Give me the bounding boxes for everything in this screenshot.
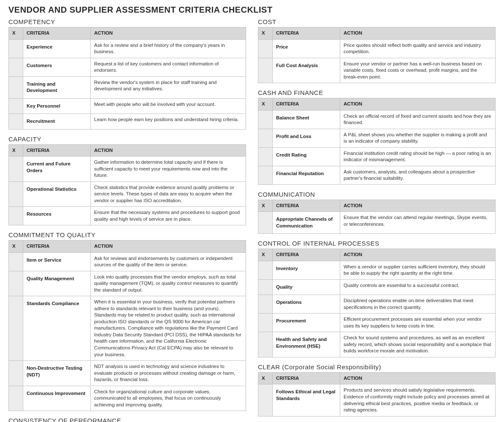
- checkbox-cell[interactable]: [9, 252, 23, 271]
- table-row: Standards ComplianceWhen it is essential…: [9, 296, 246, 361]
- checkbox-cell[interactable]: [258, 212, 273, 234]
- checkbox-cell[interactable]: [9, 296, 23, 361]
- section: CONSISTENCY OF PERFORMANCEXCRITERIAACTIO…: [8, 417, 246, 422]
- right-column: COSTXCRITERIAACTIONPricePrice quotes sho…: [258, 18, 496, 422]
- criteria-cell: Credit Rating: [273, 147, 340, 166]
- checkbox-cell[interactable]: [9, 271, 23, 296]
- table-row: Profit and LossA P&L sheet shows you whe…: [258, 129, 496, 147]
- section-title: CASH AND FINANCE: [258, 89, 496, 96]
- checkbox-cell[interactable]: [258, 110, 273, 129]
- criteria-cell: Financial Reputation: [273, 166, 340, 184]
- section: COMPETENCYXCRITERIAACTIONExperienceAsk f…: [8, 18, 246, 130]
- action-cell: When a vendor or supplier carries suffic…: [340, 261, 496, 279]
- section: COMMITMENT TO QUALITYXCRITERIAACTIONItem…: [8, 231, 246, 411]
- criteria-cell: Appropriate Channels of Communication: [273, 212, 340, 234]
- table-row: OperationsDisciplined operations enable …: [258, 295, 496, 314]
- criteria-table: XCRITERIAACTIONCurrent and Future Orders…: [8, 144, 246, 226]
- checkbox-cell[interactable]: [258, 279, 273, 295]
- checkbox-cell[interactable]: [9, 58, 23, 76]
- criteria-table: XCRITERIAACTIONFollows Ethical and Legal…: [258, 372, 496, 417]
- table-row: RecruitmentLearn how people earn key pos…: [9, 114, 246, 130]
- checkbox-cell[interactable]: [258, 261, 273, 279]
- header-x: X: [258, 27, 273, 40]
- checkbox-cell[interactable]: [258, 147, 273, 166]
- checkbox-cell[interactable]: [9, 98, 23, 114]
- table-row: Item or ServiceAsk for reviews and endor…: [9, 252, 246, 271]
- section-title: CAPACITY: [8, 135, 246, 143]
- section-title: CONSISTENCY OF PERFORMANCE: [8, 417, 246, 422]
- criteria-cell: Procurement: [273, 314, 340, 332]
- checkbox-cell[interactable]: [9, 157, 23, 182]
- table-row: Full Cost AnalysisEnsure your vendor or …: [258, 58, 496, 83]
- checkbox-cell[interactable]: [9, 361, 23, 386]
- action-cell: Ask customers, analysts, and colleagues …: [340, 166, 496, 184]
- section: CAPACITYXCRITERIAACTIONCurrent and Futur…: [8, 135, 246, 226]
- action-cell: A P&L sheet shows you whether the suppli…: [340, 129, 496, 147]
- table-row: Key PersonnelMeet with people who will b…: [9, 98, 246, 114]
- header-x: X: [9, 241, 23, 253]
- table-row: Health and Safety and Environment (HSE)C…: [258, 332, 496, 357]
- table-row: CustomersRequest a list of key customers…: [9, 58, 246, 76]
- action-cell: Meet with people who will be involved wi…: [91, 98, 246, 114]
- checkbox-cell[interactable]: [9, 386, 23, 411]
- checkbox-cell[interactable]: [258, 129, 273, 147]
- table-row: PricePrice quotes should reflect both qu…: [258, 39, 496, 58]
- header-criteria: CRITERIA: [23, 27, 91, 40]
- criteria-table: XCRITERIAACTIONPricePrice quotes should …: [258, 27, 496, 83]
- header-action: ACTION: [91, 27, 246, 40]
- table-row: Balance SheetCheck an official record of…: [258, 110, 496, 129]
- header-x: X: [9, 27, 23, 40]
- checkbox-cell[interactable]: [9, 76, 23, 98]
- criteria-cell: Balance Sheet: [273, 110, 340, 129]
- criteria-cell: Experience: [23, 39, 91, 58]
- header-x: X: [9, 144, 23, 157]
- section-title: CLEAR (Corporate Social Responsibility): [258, 363, 496, 371]
- section-title: COMMITMENT TO QUALITY: [8, 231, 246, 238]
- section-title: CONTROL OF INTERNAL PROCESSES: [258, 240, 496, 247]
- criteria-table: XCRITERIAACTIONAppropriate Channels of C…: [258, 200, 496, 234]
- criteria-cell: Training and Development: [23, 76, 91, 98]
- checkbox-cell[interactable]: [258, 384, 273, 416]
- header-x: X: [258, 98, 273, 111]
- section: CASH AND FINANCEXCRITERIAACTIONBalance S…: [258, 89, 496, 185]
- header-x: X: [258, 249, 273, 261]
- criteria-cell: Current and Future Orders: [23, 157, 91, 182]
- table-row: Continuous ImprovementCheck for organiza…: [9, 386, 246, 411]
- criteria-cell: Continuous Improvement: [23, 386, 91, 411]
- criteria-cell: Full Cost Analysis: [273, 58, 340, 83]
- header-action: ACTION: [91, 241, 246, 253]
- checkbox-cell[interactable]: [258, 166, 273, 184]
- action-cell: Gather information to determine total ca…: [91, 157, 246, 182]
- table-row: ExperienceAsk for a review and a brief h…: [9, 39, 246, 58]
- table-row: ProcurementEfficient procurement process…: [258, 314, 496, 332]
- section-title: COMMUNICATION: [258, 191, 496, 198]
- action-cell: Check statistics that provide evidence a…: [91, 181, 246, 207]
- section: CLEAR (Corporate Social Responsibility)X…: [258, 363, 496, 417]
- criteria-table: XCRITERIAACTIONExperienceAsk for a revie…: [8, 27, 246, 130]
- page-title: VENDOR AND SUPPLIER ASSESSMENT CRITERIA …: [8, 5, 496, 15]
- action-cell: Quality controls are essential to a succ…: [340, 279, 496, 295]
- checkbox-cell[interactable]: [258, 39, 273, 58]
- action-cell: Products and services should satisfy leg…: [340, 384, 496, 416]
- section: COMMUNICATIONXCRITERIAACTIONAppropriate …: [258, 191, 496, 234]
- criteria-table: XCRITERIAACTIONBalance SheetCheck an off…: [258, 98, 496, 185]
- checkbox-cell[interactable]: [258, 295, 273, 314]
- criteria-cell: Profit and Loss: [273, 129, 340, 147]
- columns: COMPETENCYXCRITERIAACTIONExperienceAsk f…: [8, 18, 496, 422]
- action-cell: Ask for a review and a brief history of …: [91, 39, 246, 58]
- checkbox-cell[interactable]: [9, 181, 23, 207]
- criteria-cell: Quality Management: [23, 271, 91, 296]
- header-criteria: CRITERIA: [273, 27, 340, 40]
- action-cell: Check for organizational culture and cor…: [91, 386, 246, 411]
- checkbox-cell[interactable]: [258, 332, 273, 357]
- checkbox-cell[interactable]: [9, 39, 23, 58]
- section-title: COST: [258, 18, 496, 25]
- criteria-cell: Customers: [23, 58, 91, 76]
- checkbox-cell[interactable]: [9, 114, 23, 130]
- action-cell: Disciplined operations enable on-time de…: [340, 295, 496, 314]
- criteria-cell: Operational Statistics: [23, 181, 91, 207]
- checkbox-cell[interactable]: [9, 207, 23, 225]
- checkbox-cell[interactable]: [258, 314, 273, 332]
- action-cell: Ask for reviews and endorsements by cust…: [91, 252, 246, 271]
- checkbox-cell[interactable]: [258, 58, 273, 83]
